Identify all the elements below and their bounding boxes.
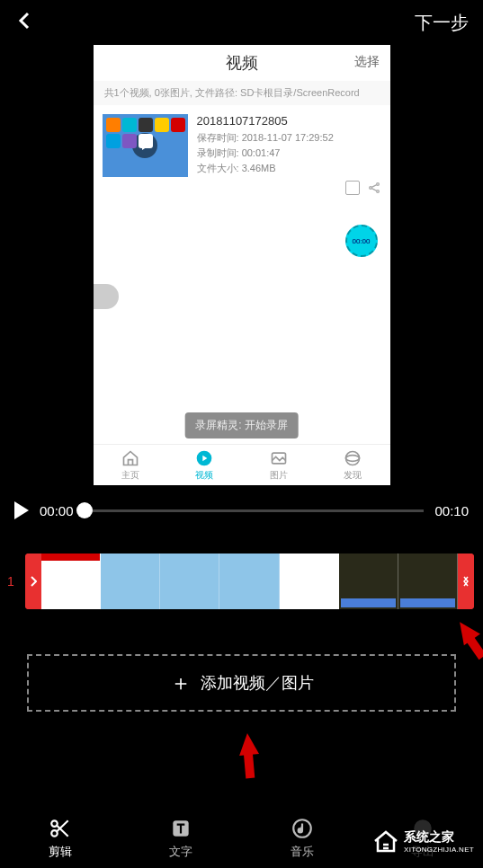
top-bar: 下一步 xyxy=(0,0,483,45)
progress-thumb[interactable] xyxy=(76,502,93,518)
back-button[interactable] xyxy=(14,10,36,35)
next-button[interactable]: 下一步 xyxy=(415,11,469,35)
track-number: 1 xyxy=(7,574,20,589)
svg-point-7 xyxy=(51,820,58,827)
video-list-item[interactable]: 20181107172805 保存时间: 2018-11-07 17:29:52… xyxy=(94,105,390,206)
frame xyxy=(339,554,398,609)
timer-badge[interactable]: 00:00 xyxy=(345,225,378,257)
video-name: 20181107172805 xyxy=(197,114,381,128)
progress-bar[interactable] xyxy=(85,509,425,512)
frame xyxy=(219,554,279,609)
track-handle-right[interactable] xyxy=(458,554,474,609)
frame xyxy=(280,554,339,609)
frame xyxy=(41,554,101,609)
preview-title: 视频 xyxy=(226,54,258,72)
video-track[interactable] xyxy=(25,554,474,609)
music-icon xyxy=(291,817,314,840)
preview-tab-image[interactable]: 图片 xyxy=(270,449,288,482)
svg-point-1 xyxy=(376,183,379,186)
preview-tabbar: 主页 视频 图片 发现 xyxy=(94,444,390,485)
preview-select-button[interactable]: 选择 xyxy=(354,54,380,70)
preview-tab-home[interactable]: 主页 xyxy=(121,449,139,482)
discover-icon xyxy=(344,449,362,467)
share-icon[interactable] xyxy=(367,181,381,195)
preview-header: 视频 选择 xyxy=(94,45,390,81)
video-thumbnail xyxy=(103,114,188,177)
annotation-arrow xyxy=(238,733,258,755)
current-time: 00:00 xyxy=(40,503,74,518)
edit-icon[interactable] xyxy=(345,181,360,195)
svg-point-5 xyxy=(346,451,360,465)
total-time: 00:10 xyxy=(434,503,469,518)
house-icon xyxy=(371,827,400,855)
watermark-url: XITONGZHIJIA.NET xyxy=(404,846,474,854)
mic-badge[interactable] xyxy=(94,284,119,309)
preview-tab-discover[interactable]: 发现 xyxy=(344,449,362,482)
add-media-label: 添加视频／图片 xyxy=(201,672,314,694)
nav-edit[interactable]: 剪辑 xyxy=(49,817,72,860)
play-button[interactable] xyxy=(14,501,29,519)
video-meta: 20181107172805 保存时间: 2018-11-07 17:29:52… xyxy=(197,114,381,197)
toast-message: 录屏精灵: 开始录屏 xyxy=(184,412,299,438)
watermark: 系统之家 XITONGZHIJIA.NET xyxy=(371,827,474,855)
timeline: 1 xyxy=(0,536,483,627)
svg-point-8 xyxy=(51,830,58,837)
track-handle-left[interactable] xyxy=(25,554,41,609)
drag-handle-icon xyxy=(461,575,470,588)
frame xyxy=(398,554,458,609)
home-icon xyxy=(121,449,139,467)
svg-point-6 xyxy=(346,455,360,461)
nav-text[interactable]: 文字 xyxy=(169,817,192,860)
back-icon xyxy=(14,10,36,31)
preview-summary: 共1个视频, 0张图片, 文件路径: SD卡根目录/ScreenRecord xyxy=(94,81,390,105)
svg-point-2 xyxy=(376,190,379,193)
scissors-icon xyxy=(49,817,72,840)
frame xyxy=(101,554,160,609)
preview-screen: 视频 选择 共1个视频, 0张图片, 文件路径: SD卡根目录/ScreenRe… xyxy=(94,45,390,485)
image-icon xyxy=(270,449,288,467)
text-icon xyxy=(169,817,192,840)
frame xyxy=(160,554,219,609)
playback-bar: 00:00 00:10 xyxy=(0,485,483,536)
add-media-button[interactable]: ＋ 添加视频／图片 xyxy=(27,654,456,712)
nav-music[interactable]: 音乐 xyxy=(291,817,314,860)
svg-point-0 xyxy=(369,187,371,190)
preview-tab-video[interactable]: 视频 xyxy=(195,449,213,482)
video-icon xyxy=(195,449,213,467)
plus-icon: ＋ xyxy=(170,669,192,697)
watermark-name: 系统之家 xyxy=(404,829,474,846)
chevron-right-icon xyxy=(30,576,37,587)
annotation-arrow xyxy=(456,620,476,642)
frames-strip xyxy=(41,554,458,609)
